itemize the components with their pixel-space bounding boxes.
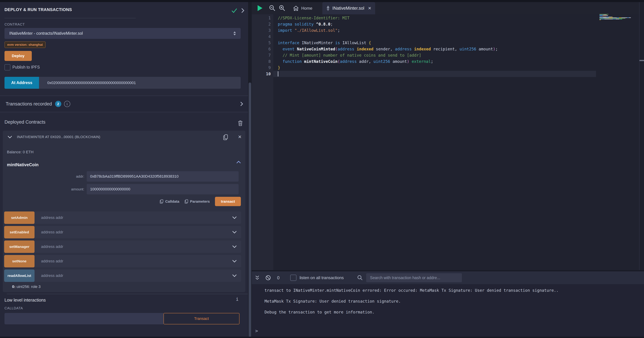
low-level-divider [7, 294, 248, 294]
balance-label: Balance: 0 ETH [7, 150, 34, 154]
instance-title: INATIVEMINTER AT 0X020...00001 (BLOCKCHA… [17, 135, 100, 139]
line-number: 10 [252, 71, 271, 77]
copy-icon[interactable] [223, 134, 228, 140]
calldata-label: Calldata [165, 200, 180, 204]
code-line: 9} [252, 64, 644, 71]
remix-window: DEPLOY & RUN TRANSACTIONS CONTRACT INati… [0, 0, 644, 338]
window-bottom-strip [0, 336, 644, 338]
low-level-transact-button[interactable]: Transact [164, 313, 240, 324]
collapse-terminal-icon[interactable] [255, 275, 260, 280]
contract-select-value: INativeMinter - contracts/INativeMinter.… [9, 31, 83, 36]
select-stepper-icon [234, 32, 236, 36]
terminal-logs: transact to INativeMinter.mintNativeCoin… [264, 285, 558, 318]
panel-scrollbar[interactable] [248, 82, 251, 338]
panel-title: DEPLOY & RUN TRANSACTIONS [4, 7, 72, 12]
code-line: 2pragma solidity ^0.8.0; [252, 21, 644, 27]
listen-transactions-checkbox[interactable] [290, 275, 296, 281]
deployed-contracts-heading: Deployed Contracts [4, 120, 46, 125]
function-input[interactable]: address addr [41, 274, 63, 278]
listen-transactions-label: listen on all transactions [300, 275, 344, 280]
parameters-copy-button[interactable]: Parameters [184, 199, 210, 204]
trash-icon[interactable] [238, 120, 243, 126]
publish-ipfs-checkbox[interactable] [4, 64, 10, 70]
at-address-group: At Address 0x020000000000000000000000000… [4, 77, 241, 89]
chevron-right-icon [240, 102, 243, 106]
setEnabled-button[interactable]: setEnabled [4, 226, 34, 238]
editor-scrollbar[interactable] [639, 2, 644, 270]
low-level-calldata-input[interactable] [4, 313, 164, 324]
contract-label: CONTRACT [4, 22, 25, 26]
output-value: uint256: role 3 [16, 284, 41, 289]
minimap[interactable] [600, 14, 634, 20]
info-icon[interactable]: i [236, 296, 238, 302]
line-source: function mintNativeCoin(address addr, ui… [278, 58, 433, 64]
field-input[interactable]: 0xB78cbAa319ffBD899951AA30D4320f58189383… [87, 171, 238, 182]
at-address-button[interactable]: At Address [4, 77, 39, 89]
field-label: addr: [0, 174, 87, 178]
clear-console-icon[interactable] [265, 275, 271, 280]
transactions-recorded-row[interactable]: Transactions recorded 2 i [0, 96, 248, 112]
calldata-copy-button[interactable]: Calldata [160, 199, 180, 204]
chevron-down-icon[interactable] [232, 260, 237, 262]
transact-button[interactable]: transact [215, 197, 241, 206]
output-index: 0: [12, 284, 16, 289]
tab-inativeminter[interactable]: INativeMinter.sol ✕ [322, 2, 375, 14]
info-icon[interactable]: i [64, 101, 70, 107]
zoom-out-icon[interactable] [269, 5, 276, 12]
line-source: //SPDX-License-Identifier: MIT [278, 15, 350, 21]
publish-ipfs-label: Publish to IPFS [12, 65, 40, 70]
function-row: setManageraddress addr [4, 240, 241, 253]
copy-icon [160, 199, 164, 204]
terminal-drag-handle[interactable] [252, 270, 644, 271]
field-input[interactable]: 1000000000000000000 [87, 184, 238, 194]
function-input[interactable]: address addr [41, 216, 63, 220]
terminal-search-input[interactable] [366, 273, 462, 282]
chevron-down-icon[interactable] [232, 231, 237, 234]
function-input[interactable]: address addr [41, 244, 63, 249]
copy-icon [184, 199, 188, 204]
terminal-log-line: MetaMask Tx Signature: User denied trans… [264, 296, 558, 307]
tab-home[interactable]: Home [290, 2, 316, 14]
code-lines[interactable]: 1//SPDX-License-Identifier: MIT2pragma s… [252, 15, 644, 77]
contract-select[interactable]: INativeMinter - contracts/INativeMinter.… [4, 28, 241, 39]
field-row: amount:1000000000000000000 [0, 184, 242, 194]
deploy-button[interactable]: Deploy [4, 51, 32, 61]
line-number: 3 [252, 27, 271, 34]
close-icon[interactable]: ✕ [238, 134, 242, 140]
function-input[interactable]: address addr [41, 230, 63, 234]
parameters-label: Parameters [190, 200, 210, 204]
run-script-icon[interactable] [258, 5, 262, 11]
scroll-marker [640, 60, 644, 61]
panel-collapse-icon[interactable] [241, 8, 244, 13]
line-number: 1 [252, 15, 271, 21]
chevron-up-icon[interactable] [236, 160, 241, 164]
readAllowList-button[interactable]: readAllowList [4, 270, 34, 282]
at-address-input[interactable]: 0x02000000000000000000000000000000000000… [39, 77, 241, 89]
terminal-log-line: Debug the transaction to get more inform… [264, 307, 558, 318]
line-source: import "./IAllowList.sol"; [278, 27, 340, 34]
line-number: 5 [252, 40, 271, 46]
chevron-down-icon[interactable] [232, 274, 237, 277]
zoom-in-icon[interactable] [279, 5, 286, 12]
tab-close-icon[interactable]: ✕ [368, 6, 372, 11]
function-input[interactable]: address addr [41, 259, 63, 264]
setAdmin-button[interactable]: setAdmin [4, 212, 34, 224]
function-rows: setAdminaddress addrsetEnabledaddress ad… [4, 212, 241, 284]
setManager-button[interactable]: setManager [4, 240, 34, 253]
line-source: event NativeCoinMinted(address indexed s… [278, 46, 498, 52]
function-action-row: Calldata Parameters transact [0, 197, 241, 206]
line-source: // Mint [amount] number of native coins … [278, 52, 421, 58]
terminal-prompt[interactable]: > [255, 328, 258, 334]
setNone-button[interactable]: setNone [4, 255, 34, 268]
terminal-log-line: transact to INativeMinter.mintNativeCoin… [264, 285, 558, 296]
line-source: } [278, 64, 280, 71]
code-line: 1//SPDX-License-Identifier: MIT [252, 15, 644, 21]
terminal-header: 0 listen on all transactions [252, 271, 644, 284]
chevron-down-icon[interactable] [232, 245, 237, 248]
chevron-down-icon[interactable] [232, 216, 237, 219]
instance-header[interactable]: INATIVEMINTER AT 0X020...00001 (BLOCKCHA… [8, 135, 100, 139]
tab-active-label: INativeMinter.sol [332, 6, 364, 11]
pending-tx-count: 0 [277, 275, 280, 280]
line-source [278, 71, 278, 77]
field-label: amount: [0, 187, 87, 191]
